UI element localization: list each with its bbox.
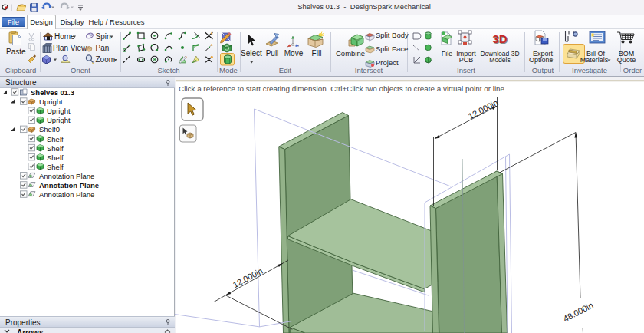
svg-text:Structure: Structure	[5, 78, 37, 87]
svg-text:Edit: Edit	[279, 66, 292, 74]
svg-text:Sketch: Sketch	[157, 66, 179, 74]
svg-text:Zoom: Zoom	[96, 55, 116, 64]
svg-text:Clipboard: Clipboard	[5, 66, 37, 74]
svg-text:Shelves 01.3: Shelves 01.3	[31, 88, 74, 97]
svg-text:Click a reference to start cre: Click a reference to start creating dime…	[179, 84, 507, 93]
svg-text:Shelf: Shelf	[47, 163, 64, 171]
svg-text:PCB: PCB	[459, 56, 474, 64]
svg-text:Order: Order	[623, 66, 642, 74]
svg-text:Properties: Properties	[5, 318, 41, 327]
svg-text:Upright: Upright	[47, 116, 71, 124]
svg-text:3D: 3D	[492, 32, 507, 45]
svg-text:Options: Options	[529, 56, 554, 64]
svg-text:Upright: Upright	[47, 107, 71, 115]
svg-text:Home: Home	[54, 32, 75, 41]
svg-text:Models: Models	[489, 56, 510, 64]
svg-text:Materials: Materials	[580, 56, 609, 64]
svg-text:Quote: Quote	[617, 56, 636, 64]
svg-text:Fill: Fill	[312, 49, 322, 58]
svg-text:Shelf: Shelf	[47, 135, 64, 143]
svg-text:Plan View: Plan View	[53, 44, 87, 52]
svg-text:Paste: Paste	[6, 48, 26, 56]
svg-text:Select: Select	[241, 49, 262, 58]
svg-text:Shelf: Shelf	[47, 153, 64, 162]
svg-text:Investigate: Investigate	[572, 66, 607, 74]
svg-text:Pull: Pull	[266, 49, 279, 58]
svg-text:Insert: Insert	[457, 66, 475, 74]
svg-text:Annotation Plane: Annotation Plane	[39, 190, 94, 199]
svg-text:Shelf: Shelf	[47, 144, 64, 153]
svg-text:Orient: Orient	[71, 66, 90, 74]
svg-text:Shelf0: Shelf0	[39, 125, 60, 134]
svg-text:Mode: Mode	[219, 66, 238, 74]
svg-text:Spin: Spin	[96, 32, 111, 41]
svg-text:Project: Project	[376, 58, 399, 67]
svg-text:Split Body: Split Body	[376, 31, 409, 39]
svg-text:Output: Output	[532, 66, 554, 74]
svg-text:Arrows: Arrows	[17, 328, 44, 333]
svg-text:Annotation Plane: Annotation Plane	[39, 172, 94, 180]
svg-text:Intersect: Intersect	[355, 66, 383, 74]
svg-text:Move: Move	[284, 49, 304, 58]
svg-text:Upright: Upright	[39, 97, 63, 106]
svg-text:File: File	[442, 50, 453, 58]
svg-text:Combine: Combine	[336, 49, 365, 58]
svg-text:Split Face: Split Face	[376, 45, 408, 53]
svg-text:Pan: Pan	[96, 44, 110, 52]
svg-text:Annotation Plane: Annotation Plane	[39, 181, 99, 190]
